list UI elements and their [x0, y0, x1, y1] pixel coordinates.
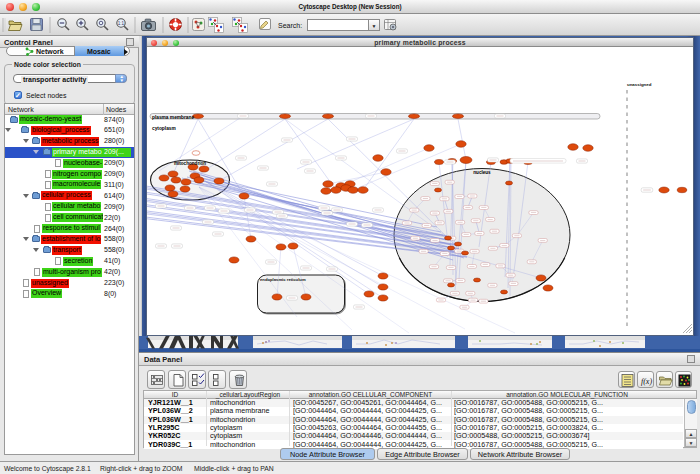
svg-text:plasma membrane: plasma membrane: [152, 115, 194, 120]
svg-text:nucleus: nucleus: [473, 170, 491, 175]
svg-text:unassigned: unassigned: [627, 82, 652, 87]
svg-text:cytoplasm: cytoplasm: [152, 126, 176, 131]
svg-text:1:1: 1:1: [118, 21, 125, 26]
svg-text:mitochondrion: mitochondrion: [174, 161, 206, 166]
svg-text:endoplasmic reticulum: endoplasmic reticulum: [260, 277, 306, 282]
svg-text:f(x): f(x): [641, 377, 652, 386]
